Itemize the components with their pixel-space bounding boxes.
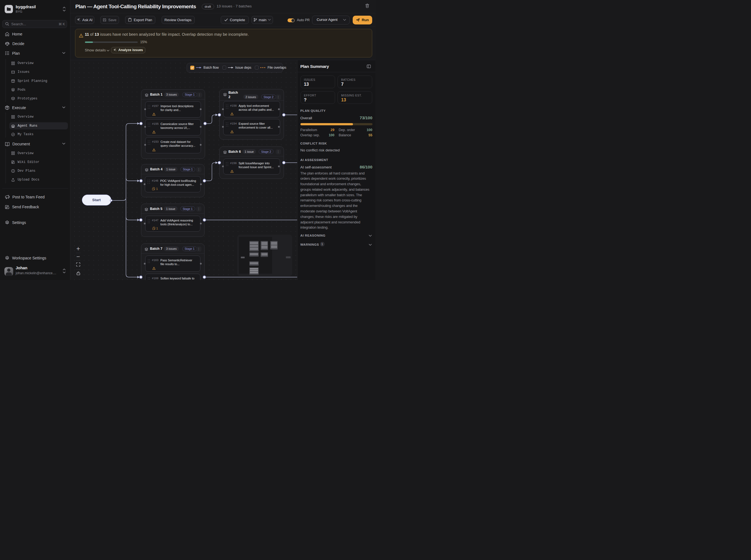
svg-text:12: 12 xyxy=(12,81,14,82)
